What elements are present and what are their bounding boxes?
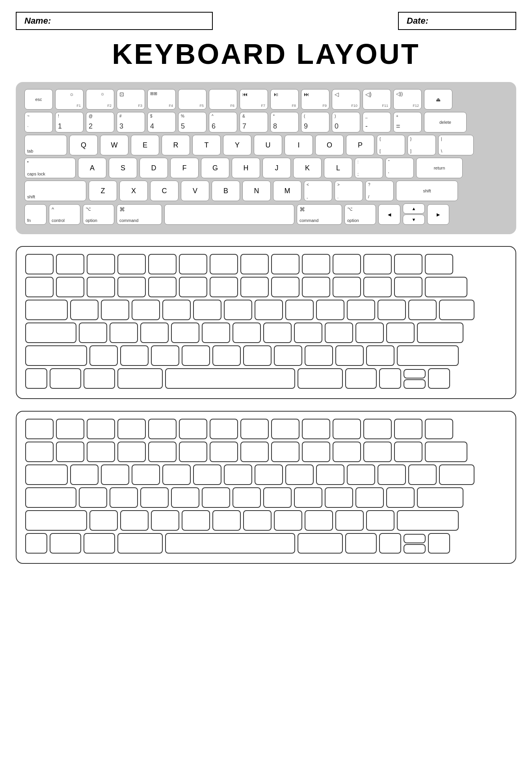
key-equals[interactable]: + = xyxy=(393,112,422,132)
key-option-left[interactable]: ⌥ option xyxy=(83,204,114,225)
key-f5[interactable]: F5 xyxy=(178,89,206,110)
key-lbracket[interactable]: { [ xyxy=(377,135,405,155)
key-f4[interactable]: ⊞⊞ F4 xyxy=(147,89,176,110)
key-x[interactable]: X xyxy=(119,181,148,201)
key-u[interactable]: U xyxy=(254,135,282,155)
blank2-arrow-down xyxy=(404,544,426,554)
key-t[interactable]: T xyxy=(192,135,221,155)
blank-esc xyxy=(25,254,54,274)
key-f3[interactable]: ⊡ F3 xyxy=(117,89,145,110)
blank-x xyxy=(120,345,149,366)
key-p[interactable]: P xyxy=(346,135,374,155)
key-f11[interactable]: ◁) F11 xyxy=(363,89,391,110)
key-r[interactable]: R xyxy=(162,135,190,155)
key-f10[interactable]: ◁ F10 xyxy=(332,89,360,110)
key-f12[interactable]: ◁)) F12 xyxy=(393,89,422,110)
key-esc[interactable]: esc xyxy=(24,89,53,110)
key-f9[interactable]: ⏭ F9 xyxy=(301,89,329,110)
key-y[interactable]: Y xyxy=(223,135,251,155)
blank-f3 xyxy=(117,254,146,274)
key-semicolon[interactable]: : ; xyxy=(355,158,383,178)
key-control[interactable]: ^ control xyxy=(49,204,80,225)
key-f11-icon: ◁) xyxy=(365,91,372,97)
date-field: Date: xyxy=(398,12,516,30)
key-backslash[interactable]: | \ xyxy=(438,135,474,155)
key-f8[interactable]: ⏯ F8 xyxy=(270,89,299,110)
key-s[interactable]: S xyxy=(109,158,137,178)
key-c[interactable]: C xyxy=(150,181,179,201)
key-arrow-left-icon: ◀ xyxy=(388,212,391,217)
key-arrow-left[interactable]: ◀ xyxy=(378,204,400,225)
key-b[interactable]: B xyxy=(212,181,240,201)
key-arrow-right[interactable]: ▶ xyxy=(427,204,449,225)
key-command-right[interactable]: ⌘ command xyxy=(297,204,342,225)
key-tab[interactable]: tab xyxy=(24,135,67,155)
blank-3 xyxy=(117,277,146,297)
blank-z xyxy=(89,345,118,366)
key-arrow-down[interactable]: ▼ xyxy=(403,214,425,225)
key-shift-left[interactable]: shift xyxy=(24,181,86,201)
key-a[interactable]: A xyxy=(78,158,106,178)
key-i[interactable]: I xyxy=(285,135,313,155)
blank2-f8 xyxy=(271,419,299,439)
key-f2[interactable]: ☼ F2 xyxy=(86,89,114,110)
key-3[interactable]: # 3 xyxy=(117,112,145,132)
key-f7[interactable]: ⏮ F7 xyxy=(240,89,268,110)
blank-b xyxy=(212,345,241,366)
key-n[interactable]: N xyxy=(242,181,271,201)
key-z[interactable]: Z xyxy=(89,181,117,201)
key-fn[interactable]: fn xyxy=(24,204,47,225)
key-lbracket-top: { xyxy=(379,137,381,141)
key-delete[interactable]: delete xyxy=(424,112,467,132)
key-8[interactable]: * 8 xyxy=(270,112,299,132)
key-6[interactable]: ^ 6 xyxy=(209,112,237,132)
key-minus[interactable]: _ - xyxy=(363,112,391,132)
key-h[interactable]: H xyxy=(232,158,260,178)
key-f2-label: F2 xyxy=(107,104,112,108)
key-command-left[interactable]: ⌘ command xyxy=(117,204,162,225)
key-k[interactable]: K xyxy=(293,158,322,178)
key-m[interactable]: M xyxy=(273,181,301,201)
key-j[interactable]: J xyxy=(262,158,291,178)
key-w[interactable]: W xyxy=(100,135,128,155)
key-1[interactable]: ! 1 xyxy=(55,112,84,132)
key-q[interactable]: Q xyxy=(69,135,98,155)
key-return[interactable]: return xyxy=(416,158,463,178)
key-quote[interactable]: " ' xyxy=(385,158,414,178)
key-period[interactable]: > . xyxy=(335,181,363,201)
key-f7-icon: ⏮ xyxy=(242,91,248,97)
key-capslock[interactable]: • caps lock xyxy=(24,158,76,178)
key-v[interactable]: V xyxy=(181,181,209,201)
key-7[interactable]: & 7 xyxy=(240,112,268,132)
key-comma[interactable]: < , xyxy=(304,181,332,201)
key-e[interactable]: E xyxy=(131,135,159,155)
key-spacebar[interactable] xyxy=(164,204,294,225)
key-g[interactable]: G xyxy=(201,158,229,178)
key-f[interactable]: F xyxy=(170,158,199,178)
key-rbracket[interactable]: } ] xyxy=(407,135,436,155)
key-9[interactable]: ( 9 xyxy=(301,112,329,132)
key-eject[interactable]: ⏏ xyxy=(424,89,452,110)
key-f6[interactable]: F6 xyxy=(209,89,237,110)
blank2-arrow-updown xyxy=(404,534,426,554)
key-l[interactable]: L xyxy=(324,158,352,178)
key-5[interactable]: % 5 xyxy=(178,112,206,132)
key-o[interactable]: O xyxy=(315,135,344,155)
blank-fn xyxy=(25,368,47,389)
key-f-label: F xyxy=(182,164,187,172)
blank2-8 xyxy=(271,442,299,462)
key-backslash-top: | xyxy=(441,137,442,141)
key-option-right[interactable]: ⌥ option xyxy=(344,204,376,225)
key-2[interactable]: @ 2 xyxy=(86,112,114,132)
key-slash-bottom: / xyxy=(368,194,369,199)
key-tilde[interactable]: ~ ` xyxy=(24,112,53,132)
key-slash[interactable]: ? / xyxy=(365,181,394,201)
key-shift-right[interactable]: shift xyxy=(396,181,458,201)
blank2-y xyxy=(224,464,252,485)
key-arrow-up[interactable]: ▲ xyxy=(403,203,425,214)
key-4[interactable]: $ 4 xyxy=(147,112,176,132)
key-d[interactable]: D xyxy=(140,158,168,178)
blank2-spacebar xyxy=(165,533,295,554)
key-f1[interactable]: ☼ F1 xyxy=(55,89,84,110)
key-0[interactable]: ) 0 xyxy=(332,112,360,132)
